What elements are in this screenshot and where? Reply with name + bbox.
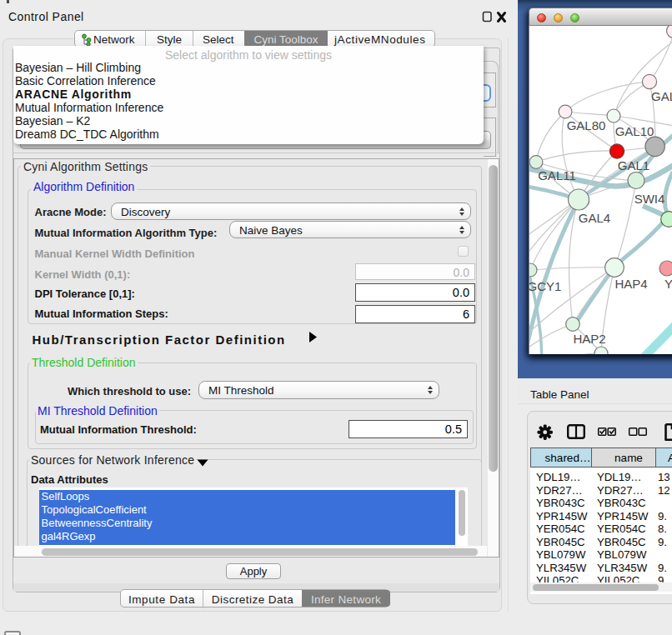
svg-text:GAL11: GAL11 — [538, 168, 576, 182]
svg-text:YBL0: YBL0 — [664, 277, 672, 291]
svg-text:GAL7: GAL7 — [651, 89, 672, 103]
svg-text:GAL1: GAL1 — [618, 158, 649, 172]
svg-text:HAP2: HAP2 — [573, 332, 605, 346]
svg-text:GAL4: GAL4 — [579, 211, 610, 225]
svg-text:GAL80: GAL80 — [567, 118, 606, 132]
svg-text:HAP4: HAP4 — [614, 277, 647, 291]
svg-text:GCY1: GCY1 — [529, 279, 561, 293]
svg-text:GAL10: GAL10 — [615, 124, 654, 138]
svg-text:SWI4: SWI4 — [634, 192, 665, 206]
